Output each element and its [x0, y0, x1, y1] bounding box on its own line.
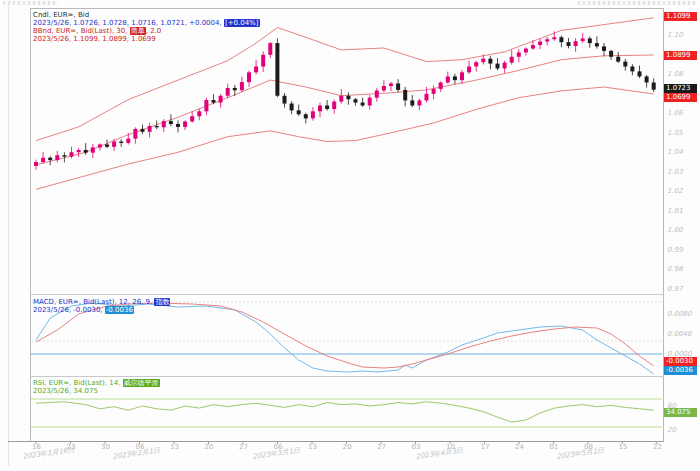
candle-body	[538, 42, 542, 46]
candle-body	[559, 37, 563, 42]
macd-value-badge: -0.0036	[664, 366, 697, 375]
candle-body	[34, 162, 38, 166]
candle-body	[389, 83, 393, 86]
candle-body	[155, 126, 159, 127]
candle-body	[460, 72, 464, 80]
candle-body	[318, 105, 322, 111]
macd-value-highlight: -0.0036	[105, 306, 134, 314]
price-badge: 1.0723	[664, 84, 697, 93]
macd-values-line: 2023/5/26, -0.0030, -0.0036	[33, 306, 134, 314]
boll-params-tail: , 2.0	[146, 27, 162, 35]
candle-body	[62, 155, 66, 156]
macd-value-badge: -0.0030	[664, 357, 697, 366]
price-axis-tick: 1.06	[667, 109, 683, 117]
candle-body	[304, 114, 308, 118]
candle-body	[446, 76, 450, 82]
candle-body	[98, 144, 102, 147]
macd-type-highlight: 指数	[154, 298, 170, 306]
macd-axis-tick: 0.0040	[667, 330, 692, 338]
day-tick-label: 13	[170, 443, 179, 451]
day-tick-label: 17	[481, 443, 490, 451]
candle-body	[254, 67, 258, 73]
day-tick-label: 24	[515, 443, 524, 451]
ohlc-values: 2023/5/26, 1.0726, 1.0728, 1.0716, 1.072…	[33, 19, 224, 27]
candle-body	[361, 103, 365, 106]
candle-body	[290, 104, 294, 111]
candle-body	[517, 52, 521, 56]
price-badge: 1.1099	[664, 12, 697, 21]
candle-body	[630, 67, 634, 72]
candle-body	[240, 82, 244, 90]
candle-body	[283, 96, 287, 104]
change-pct-highlight: [+0.04%]	[224, 19, 260, 27]
boll-values-line: 2023/5/26, 1.1099, 1.0899, 1.0699	[33, 35, 156, 43]
candle-body	[503, 63, 507, 69]
price-axis-tick: 1.00	[667, 226, 683, 234]
candle-body	[41, 158, 45, 162]
candle-body	[439, 82, 443, 88]
candle-body	[354, 99, 358, 102]
boll-params: BBnd, EUR=, Bid(Last), 30,	[33, 27, 130, 35]
legend-series-title: Cndl, EUR=, Bid	[33, 11, 89, 19]
price-axis-tick: 1.01	[667, 207, 683, 215]
candle-body	[197, 111, 201, 116]
price-axis-tick: 1.04	[667, 148, 683, 156]
candle-body	[588, 38, 592, 43]
candle-body	[204, 100, 208, 111]
candle-body	[190, 116, 194, 121]
candle-body	[247, 72, 251, 82]
chart-canvas[interactable]	[0, 0, 700, 471]
candle-body	[474, 62, 478, 66]
candle-body	[488, 59, 492, 64]
candle-body	[91, 147, 95, 152]
candle-body	[233, 88, 237, 90]
candle-body	[432, 89, 436, 94]
boll-values: 2023/5/26, 1.1099, 1.0899, 1.0699	[33, 35, 156, 43]
price-axis-tick: 1.03	[667, 168, 683, 176]
rsi-params: RSI, EUR=, Bid(Last), 14,	[33, 379, 123, 387]
price-badge: 1.0699	[664, 93, 697, 102]
rsi-smoothing-highlight: 威尔德平滑	[123, 379, 160, 387]
price-axis-tick: 1.05	[667, 129, 683, 137]
rsi-line	[36, 402, 654, 422]
candle-body	[417, 100, 421, 105]
candle-body	[325, 105, 329, 109]
day-tick-label: 01	[550, 443, 559, 451]
day-tick-label: 22	[653, 443, 662, 451]
candle-body	[219, 96, 223, 103]
candle-body	[410, 100, 414, 105]
candle-body	[531, 45, 535, 49]
candle-body	[467, 67, 471, 73]
candle-body	[638, 71, 642, 76]
candle-body	[77, 150, 81, 152]
candle-body	[510, 57, 514, 63]
candle-body	[453, 76, 457, 80]
day-tick-label: 15	[619, 443, 628, 451]
rsi-value-badge: 34.075	[664, 408, 697, 417]
candle-body	[396, 83, 400, 89]
candle-body	[481, 59, 485, 63]
price-axis-tick: 1.02	[667, 187, 683, 195]
candle-body	[609, 51, 613, 57]
candle-body	[84, 150, 88, 153]
macd-legend: MACD, EUR=, Bid(Last), 12, 26, 9, 指数	[33, 298, 170, 306]
candle-body	[70, 152, 74, 156]
price-axis-tick: 0.97	[667, 285, 683, 293]
candle-body	[652, 82, 656, 89]
day-tick-label: 30	[101, 443, 110, 451]
boll-ma-type-highlight: 简单	[130, 27, 146, 35]
price-axis-tick: 0.98	[667, 265, 683, 273]
price-badge: 1.0899	[664, 51, 697, 60]
candle-body	[567, 42, 571, 46]
day-tick-label: 27	[239, 443, 248, 451]
candle-body	[55, 155, 59, 160]
candle-body	[133, 129, 137, 139]
candle-body	[368, 98, 372, 106]
day-tick-label: 20	[205, 443, 214, 451]
candle-body	[346, 96, 350, 100]
candle-body	[595, 43, 599, 46]
trading-chart-app: { "window": { "top_left_noise": "faint-u…	[0, 0, 700, 471]
candle-body	[141, 129, 145, 132]
price-axis-tick: 0.99	[667, 246, 683, 254]
candle-body	[382, 86, 386, 90]
